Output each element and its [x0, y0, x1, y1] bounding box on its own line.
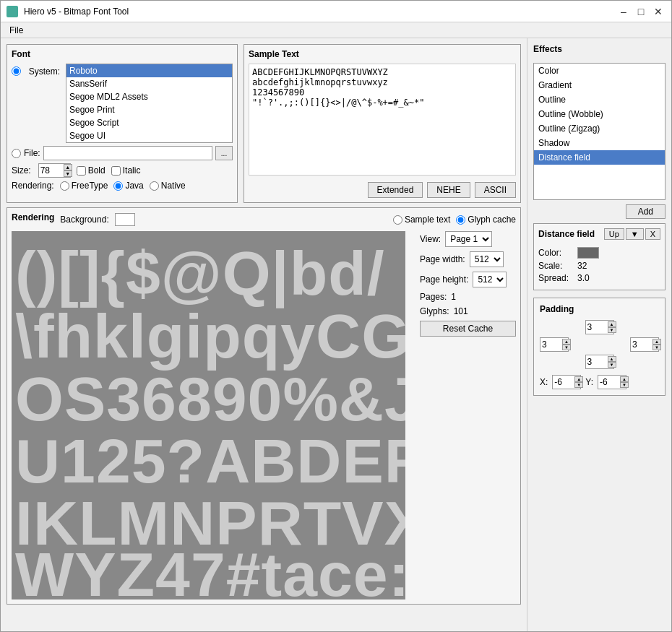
top-row: Font System: Roboto SansSerif: [7, 44, 521, 203]
padding-top-up[interactable]: ▲: [608, 321, 616, 327]
font-list-item-segoe-mdl2[interactable]: Segoe MDL2 Assets: [66, 90, 232, 103]
font-list-container: Roboto SansSerif Segoe MDL2 Assets Segoe…: [66, 64, 233, 143]
effect-outline-wobble[interactable]: Outline (Wobble): [534, 107, 665, 121]
sample-text-radio-label[interactable]: Sample text: [393, 215, 450, 225]
close-button[interactable]: ✕: [651, 4, 665, 19]
italic-checkbox-label[interactable]: Italic: [111, 165, 141, 176]
size-spinner[interactable]: ▲ ▼: [38, 163, 71, 178]
padding-right-down[interactable]: ▼: [652, 345, 661, 350]
font-list-item-sansserif[interactable]: SansSerif: [66, 77, 232, 90]
background-color-swatch[interactable]: [115, 213, 135, 226]
native-radio[interactable]: [150, 181, 159, 191]
font-list-item-segoe-script[interactable]: Segoe Script: [66, 116, 232, 129]
effect-outline[interactable]: Outline: [534, 92, 665, 107]
native-radio-label[interactable]: Native: [150, 181, 186, 191]
padding-right-up[interactable]: ▲: [652, 339, 661, 345]
title-bar-controls: – □ ✕: [616, 4, 665, 19]
ascii-button[interactable]: ASCII: [475, 182, 516, 198]
file-input[interactable]: [43, 146, 212, 160]
size-input[interactable]: [40, 165, 64, 176]
y-spinner[interactable]: ▲ ▼: [598, 375, 626, 389]
page-height-dropdown[interactable]: 512: [473, 272, 507, 287]
df-color-swatch[interactable]: [577, 247, 599, 259]
padding-top-down[interactable]: ▼: [608, 327, 616, 333]
y-input[interactable]: [600, 377, 620, 387]
extended-button[interactable]: Extended: [368, 182, 423, 198]
sample-text-radio[interactable]: [393, 215, 402, 225]
df-up-button[interactable]: Up: [604, 228, 624, 240]
y-down[interactable]: ▼: [620, 382, 629, 388]
size-up-arrow[interactable]: ▲: [64, 164, 72, 170]
font-list-item-segoe-print[interactable]: Segoe Print: [66, 103, 232, 116]
effect-shadow[interactable]: Shadow: [534, 136, 665, 150]
java-radio-label[interactable]: Java: [113, 181, 143, 191]
maximize-button[interactable]: □: [634, 4, 648, 19]
distance-field-title: Distance field: [538, 229, 595, 239]
menu-file[interactable]: File: [4, 24, 29, 37]
padding-title: Padding: [540, 304, 659, 314]
df-down-button[interactable]: ▼: [626, 228, 644, 240]
page-height-row: Page height: 512: [420, 272, 516, 287]
menu-bar: File: [1, 22, 671, 38]
nehe-button[interactable]: NEHE: [427, 182, 470, 198]
bold-checkbox[interactable]: [77, 166, 86, 176]
padding-left-spinner[interactable]: ▲ ▼: [540, 337, 569, 352]
reset-cache-button[interactable]: Reset Cache: [420, 321, 516, 337]
padding-bottom-input[interactable]: [587, 357, 608, 367]
effect-outline-zigzag[interactable]: Outline (Zigzag): [534, 121, 665, 136]
padding-bottom-down[interactable]: ▼: [608, 362, 616, 368]
glyph-cache-radio-label[interactable]: Glyph cache: [456, 215, 516, 225]
x-up[interactable]: ▲: [574, 376, 583, 382]
page-width-dropdown[interactable]: 512: [470, 251, 504, 267]
system-radio[interactable]: [12, 66, 21, 76]
effect-color[interactable]: Color: [534, 64, 665, 78]
padding-right-input[interactable]: [632, 339, 652, 350]
sample-buttons: Extended NEHE ASCII: [249, 182, 516, 198]
glyph-cache-radio[interactable]: [456, 215, 465, 225]
freetype-radio-label[interactable]: FreeType: [60, 181, 108, 191]
padding-left-up[interactable]: ▲: [562, 339, 571, 345]
font-list-item-segoe-ui[interactable]: Segoe UI: [66, 129, 232, 142]
bold-label: Bold: [88, 165, 105, 176]
pages-label: Pages:: [420, 292, 447, 302]
padding-bottom-spinner[interactable]: ▲ ▼: [585, 355, 614, 369]
size-down-arrow[interactable]: ▼: [64, 170, 72, 177]
padding-top-input[interactable]: [587, 322, 608, 332]
x-down[interactable]: ▼: [574, 382, 583, 388]
padding-left-input[interactable]: [542, 339, 562, 350]
effect-distance-field[interactable]: Distance field: [534, 150, 665, 165]
freetype-radio[interactable]: [60, 181, 69, 191]
browse-button[interactable]: ...: [215, 146, 233, 160]
font-list[interactable]: Roboto SansSerif Segoe MDL2 Assets Segoe…: [66, 64, 233, 143]
xy-row: X: ▲ ▼ Y: ▲ ▼: [540, 375, 659, 389]
bold-checkbox-label[interactable]: Bold: [77, 165, 105, 176]
view-dropdown[interactable]: Page 1: [445, 231, 492, 247]
df-scale-row: Scale: 32: [538, 261, 660, 271]
padding-top-spinner[interactable]: ▲ ▼: [585, 320, 614, 334]
x-spinner[interactable]: ▲ ▼: [552, 375, 581, 389]
sample-panel-title: Sample Text: [249, 49, 516, 59]
rendering-row: Rendering: FreeType Java Native: [12, 181, 233, 191]
java-radio[interactable]: [113, 181, 123, 191]
df-remove-button[interactable]: X: [645, 228, 660, 240]
padding-left-down[interactable]: ▼: [562, 345, 571, 350]
svg-text:U125?ABDEFH: U125?ABDEFH: [15, 426, 405, 495]
df-spread-label: Spread:: [538, 273, 574, 283]
effects-list[interactable]: Color Gradient Outline Outline (Wobble) …: [533, 63, 665, 200]
sample-text-area[interactable]: ABCDEFGHIJKLMNOPQRSTUVWXYZ abcdefghijklm…: [249, 64, 516, 176]
padding-right-spinner[interactable]: ▲ ▼: [630, 337, 659, 352]
padding-bottom-up[interactable]: ▲: [608, 356, 616, 362]
effect-gradient[interactable]: Gradient: [534, 78, 665, 92]
font-panel: Font System: Roboto SansSerif: [7, 44, 238, 203]
italic-checkbox[interactable]: [111, 166, 121, 176]
font-list-item-roboto[interactable]: Roboto: [66, 64, 232, 77]
df-scale-label: Scale:: [538, 261, 574, 271]
minimize-button[interactable]: –: [616, 4, 631, 19]
y-up[interactable]: ▲: [620, 376, 629, 382]
add-effect-button[interactable]: Add: [626, 204, 665, 219]
file-radio[interactable]: [12, 149, 21, 158]
rendering-label: Rendering:: [12, 181, 54, 191]
svg-text:OS36890%&J!: OS36890%&J!: [15, 364, 405, 433]
x-input[interactable]: [554, 377, 574, 387]
glyph-preview: ()[]{$@Q|bd/ \fhklgipqyCG; OS36890%&J! U…: [12, 231, 405, 599]
